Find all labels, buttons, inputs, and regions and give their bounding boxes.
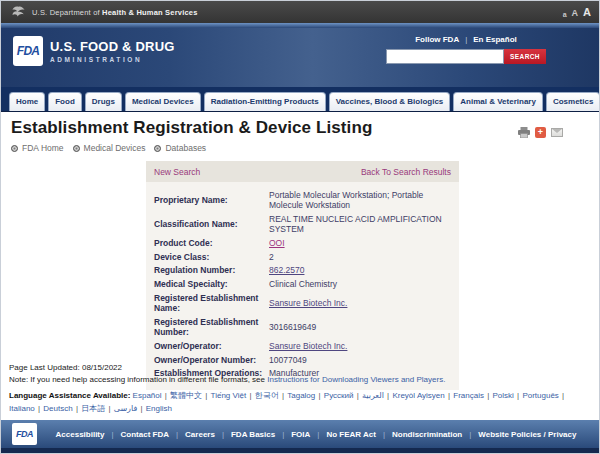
language-link-[interactable]: Русский [324, 391, 354, 400]
footer-link-contact-fda[interactable]: Contact FDA [121, 430, 169, 439]
row-value-link-sansure-biotech-inc[interactable]: Sansure Biotech Inc. [269, 341, 347, 351]
nav-tab-drugs[interactable]: Drugs [85, 92, 122, 111]
language-link-[interactable]: 繁體中文 [170, 391, 202, 400]
page-title: Establishment Registration & Device List… [11, 118, 372, 138]
font-size-controls: a A A [563, 6, 591, 18]
nav-tab-cosmetics[interactable]: Cosmetics [546, 92, 600, 111]
footer-fda-logo[interactable]: FDA [12, 423, 37, 445]
font-size-small-button[interactable]: a [563, 11, 567, 18]
nav-tab-vaccines-blood-biologics[interactable]: Vaccines, Blood & Biologics [329, 92, 451, 111]
language-link-fran-ais[interactable]: Français [453, 391, 484, 400]
language-link-krey-l-ayisyen[interactable]: Kreyòl Ayisyen [392, 391, 444, 400]
footer-separator: | [176, 430, 178, 439]
table-row: Regulation Number:862.2570 [154, 264, 451, 278]
footer-link-nondiscrimination[interactable]: Nondiscrimination [392, 430, 462, 439]
header-quick-links: Follow FDA | En Español [386, 35, 546, 44]
nav-tab-medical-devices[interactable]: Medical Devices [125, 92, 201, 111]
file-formats-note: Note: If you need help accessing informa… [9, 375, 445, 384]
hhs-department-label[interactable]: U.S. Department of Health & Human Servic… [32, 8, 198, 17]
font-size-medium-button[interactable]: A [572, 8, 579, 18]
language-separator: | [484, 391, 493, 400]
row-value-registered-establishment-number: 3016619649 [269, 315, 451, 339]
language-link-[interactable]: 日本語 [81, 404, 105, 413]
language-separator: | [353, 391, 362, 400]
language-link-polski[interactable]: Polski [493, 391, 514, 400]
table-row: Registered Establishment Number:30166196… [154, 315, 451, 339]
language-link-english[interactable]: English [146, 404, 172, 413]
hhs-dept-bold: Health & Human Services [102, 8, 197, 17]
row-label-classification-name: Classification Name: [154, 212, 269, 236]
language-separator: | [162, 391, 171, 400]
fda-logo[interactable]: FDA [13, 36, 43, 66]
back-to-search-results-link[interactable]: Back To Search Results [361, 167, 451, 177]
title-block: Establishment Registration & Device List… [11, 118, 372, 153]
follow-fda-link[interactable]: Follow FDA [415, 35, 459, 44]
language-link-[interactable]: 한국어 [255, 391, 279, 400]
footer-bottom-strip [1, 448, 600, 453]
table-row: Registered Establishment Name:Sansure Bi… [154, 291, 451, 315]
row-value-link-sansure-biotech-inc[interactable]: Sansure Biotech Inc. [269, 298, 347, 308]
header-search-area: Follow FDA | En Español SEARCH [386, 35, 546, 64]
detail-card-body: Proprietary Name:Portable Molecular Work… [146, 182, 459, 390]
detail-table: Proprietary Name:Portable Molecular Work… [154, 188, 451, 380]
email-icon[interactable] [551, 128, 563, 137]
en-espanol-link[interactable]: En Español [473, 35, 517, 44]
footer-link-website-policies-privacy[interactable]: Website Policies / Privacy [478, 430, 576, 439]
language-link-ti-ng-vi-t[interactable]: Tiếng Việt [211, 391, 247, 400]
table-row: Classification Name:REAL TIME NUCLEIC AC… [154, 212, 451, 236]
nav-tab-animal-veterinary[interactable]: Animal & Veterinary [453, 92, 543, 111]
footer-link-no-fear-act[interactable]: No FEAR Act [326, 430, 375, 439]
row-label-registered-establishment-name: Registered Establishment Name: [154, 291, 269, 315]
viewers-players-link[interactable]: Instructions for Downloading Viewers and… [267, 375, 445, 384]
footer-fda-logo-text: FDA [16, 429, 33, 439]
note-text: Note: If you need help accessing informa… [9, 375, 267, 384]
breadcrumb-item-medical-devices[interactable]: Medical Devices [73, 143, 146, 153]
device-detail-card: New Search Back To Search Results Propri… [146, 161, 459, 390]
row-value-owner-operator-number: 10077049 [269, 353, 451, 367]
fda-brand-line2: ADMINISTRATION [50, 56, 175, 63]
nav-tab-radiation-emitting-products[interactable]: Radiation-Emitting Products [204, 92, 326, 111]
search-row: SEARCH [386, 49, 546, 64]
page-last-updated: Page Last Updated: 08/15/2022 [9, 363, 122, 372]
fda-brand: U.S. FOOD & DRUG ADMINISTRATION [50, 39, 175, 63]
table-row: Medical Specialty:Clinical Chemistry [154, 277, 451, 291]
breadcrumb-bullet-icon [154, 145, 161, 152]
language-link-[interactable]: العربية [362, 391, 384, 400]
fda-header: FDA U.S. FOOD & DRUG ADMINISTRATION Foll… [1, 23, 600, 87]
row-label-device-class: Device Class: [154, 250, 269, 264]
search-input[interactable] [386, 49, 504, 64]
language-link-[interactable]: فارسی [114, 404, 138, 413]
breadcrumb-item-fda-home[interactable]: FDA Home [11, 143, 64, 153]
new-search-link[interactable]: New Search [154, 167, 200, 177]
share-icon[interactable]: + [535, 127, 546, 138]
language-link-espa-ol[interactable]: Español [133, 391, 162, 400]
row-value-link-862-2570[interactable]: 862.2570 [269, 265, 304, 275]
row-label-proprietary-name: Proprietary Name: [154, 188, 269, 212]
nav-tab-home[interactable]: Home [9, 92, 45, 111]
language-link-portugu-s[interactable]: Português [522, 391, 558, 400]
print-icon[interactable] [518, 127, 530, 138]
breadcrumb-bullet-icon [73, 145, 80, 152]
footer-separator: | [111, 430, 113, 439]
font-size-large-button[interactable]: A [583, 6, 591, 18]
row-value-link-ooi[interactable]: OOI [269, 238, 285, 248]
fda-logo-group[interactable]: FDA U.S. FOOD & DRUG ADMINISTRATION [13, 36, 175, 66]
footer-link-foia[interactable]: FOIA [291, 430, 310, 439]
breadcrumb: FDA HomeMedical DevicesDatabases [11, 143, 372, 153]
language-link-deutsch[interactable]: Deutsch [43, 404, 72, 413]
nav-tab-food[interactable]: Food [48, 92, 82, 111]
table-row: Proprietary Name:Portable Molecular Work… [154, 188, 451, 212]
breadcrumb-bullet-icon [11, 145, 18, 152]
fda-logo-text: FDA [17, 44, 39, 58]
row-value-classification-name: REAL TIME NUCLEIC ACID AMPLIFICATION SYS… [269, 212, 451, 236]
breadcrumb-item-databases[interactable]: Databases [154, 143, 206, 153]
footer-link-careers[interactable]: Careers [185, 430, 215, 439]
footer-link-accessibility[interactable]: Accessibility [56, 430, 105, 439]
detail-table-body: Proprietary Name:Portable Molecular Work… [154, 188, 451, 380]
row-label-registered-establishment-number: Registered Establishment Number: [154, 315, 269, 339]
language-link-italiano[interactable]: Italiano [9, 404, 35, 413]
footer-separator: | [383, 430, 385, 439]
footer-link-fda-basics[interactable]: FDA Basics [231, 430, 275, 439]
language-link-tagalog[interactable]: Tagalog [287, 391, 315, 400]
search-button[interactable]: SEARCH [504, 49, 546, 64]
